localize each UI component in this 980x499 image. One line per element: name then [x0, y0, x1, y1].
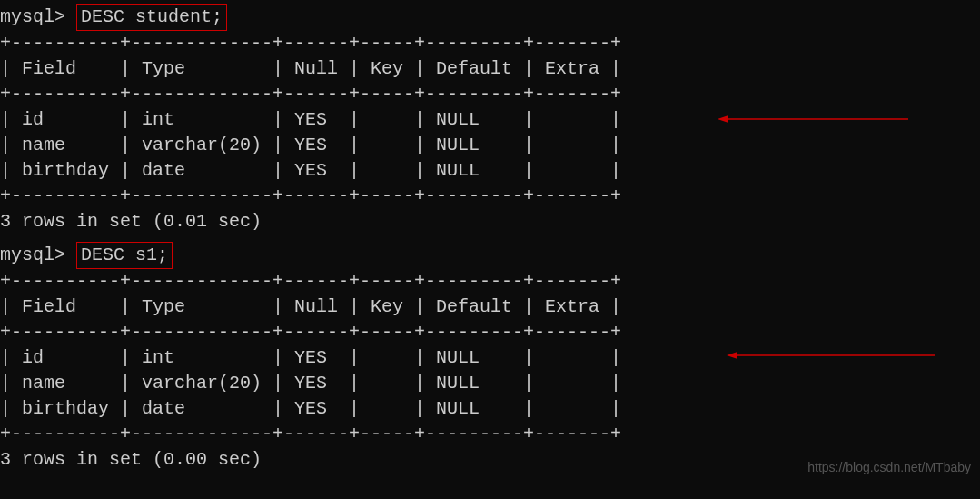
row-count-status: 3 rows in set (0.01 sec)	[0, 209, 980, 235]
table-separator: +----------+-------------+------+-----+-…	[0, 269, 980, 294]
table-row: | birthday | date | YES | | NULL | |	[0, 158, 980, 184]
watermark-text: https://blog.csdn.net/MTbaby	[807, 459, 971, 477]
table-separator: +----------+-------------+------+-----+-…	[0, 31, 980, 56]
table-row: | name | varchar(20) | YES | | NULL | |	[0, 371, 980, 396]
svg-marker-3	[727, 352, 737, 359]
command-line-1[interactable]: mysql> DESC student;	[0, 4, 980, 31]
arrow-annotation-icon	[718, 114, 908, 125]
table-separator: +----------+-------------+------+-----+-…	[0, 184, 980, 209]
table-separator: +----------+-------------+------+-----+-…	[0, 82, 980, 107]
table-header-row: | Field | Type | Null | Key | Default | …	[0, 56, 980, 82]
command-text-2: DESC s1;	[76, 242, 173, 269]
arrow-annotation-icon	[727, 350, 935, 361]
command-text-1: DESC student;	[76, 4, 227, 31]
table-row: | birthday | date | YES | | NULL | |	[0, 396, 980, 422]
mysql-prompt: mysql>	[0, 245, 76, 265]
mysql-prompt: mysql>	[0, 6, 76, 27]
table-separator: +----------+-------------+------+-----+-…	[0, 422, 980, 447]
svg-marker-1	[718, 115, 728, 123]
table-header-row: | Field | Type | Null | Key | Default | …	[0, 294, 980, 320]
table-separator: +----------+-------------+------+-----+-…	[0, 320, 980, 345]
command-line-2[interactable]: mysql> DESC s1;	[0, 242, 980, 269]
table-row: | name | varchar(20) | YES | | NULL | |	[0, 133, 980, 158]
